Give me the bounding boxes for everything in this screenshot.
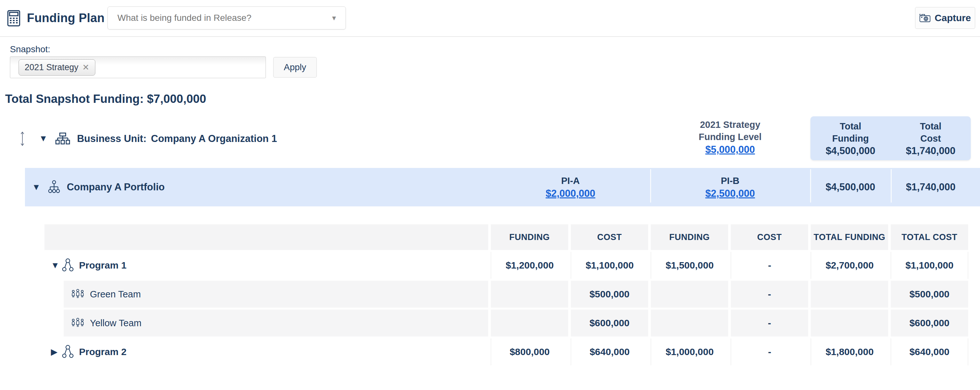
portfolio-row: ▼ Company A Portfolio PI-A $2,000,000 [25, 168, 980, 206]
total-cost-title-line1: Total [920, 120, 941, 133]
expand-toggle-icon[interactable]: ▼ [51, 261, 62, 270]
calculator-icon [7, 10, 21, 27]
totals-highlight-box: Total Funding $4,500,000 Total Cost $1,7… [810, 116, 971, 160]
pi-b-label: PI-B [721, 175, 740, 187]
pi-b-amount-link[interactable]: $2,500,000 [705, 188, 755, 199]
program-2-label[interactable]: Program 2 [79, 347, 126, 357]
total-funding-title-line1: Total [840, 120, 861, 133]
header-total-funding: TOTAL FUNDING [811, 224, 888, 250]
yellow-team-cost-b: - [731, 310, 808, 336]
capture-button[interactable]: Capture [915, 7, 975, 29]
camera-icon [919, 13, 931, 22]
table-row-green-team: Green Team $500,000 - $500,000 [45, 281, 968, 308]
portfolio-total-cost: $1,740,000 [891, 168, 971, 206]
pi-b-cell: PI-B $2,500,000 [650, 168, 810, 206]
org-chart-icon [55, 133, 77, 145]
green-team-inner: Green Team [64, 281, 488, 308]
page-title: Funding Plan [27, 11, 105, 25]
yellow-team-funding-a [491, 310, 568, 336]
yellow-team-cost-a: $600,000 [571, 310, 648, 336]
funding-table: FUNDING COST FUNDING COST TOTAL FUNDING … [45, 224, 968, 367]
header-cost-b: COST [731, 224, 808, 250]
green-team-total-funding [811, 281, 888, 308]
header-total-cost: TOTAL COST [891, 224, 968, 250]
yellow-team-total-cost: $600,000 [891, 310, 968, 336]
header-cost-a: COST [571, 224, 648, 250]
yellow-team-funding-b [651, 310, 728, 336]
total-cost-title-line2: Cost [921, 133, 941, 144]
app-bar: Funding Plan What is being funded in Rel… [0, 0, 980, 37]
program-1-funding-a: $1,200,000 [491, 252, 568, 279]
table-row-yellow-team: Yellow Team $600,000 - $600,000 [45, 310, 968, 336]
business-unit-label: Business Unit: [77, 133, 146, 144]
pi-a-cell: PI-A $2,000,000 [491, 168, 650, 206]
team-icon [71, 317, 90, 329]
green-team-label[interactable]: Green Team [90, 289, 141, 300]
funding-level-amount-link[interactable]: $5,000,000 [705, 144, 755, 155]
total-funding-summary: Total Funding $4,500,000 [810, 116, 891, 160]
program-2-cost-a: $640,000 [571, 339, 648, 365]
program-1-label[interactable]: Program 1 [79, 260, 126, 271]
snapshot-label: Snapshot: [10, 44, 50, 54]
chip-remove-icon[interactable]: ✕ [82, 62, 89, 72]
title-group: Funding Plan [7, 0, 105, 36]
snapshot-chip: 2021 Strategy ✕ [19, 59, 95, 76]
table-row-program-2: ▶ Program 2 $800,000 $640,000 $1,000,000… [45, 339, 968, 365]
yellow-team-inner: Yellow Team [64, 310, 488, 336]
green-team-cost-a: $500,000 [571, 281, 648, 308]
column-divider [650, 169, 651, 203]
release-funding-select[interactable]: What is being funded in Release? ▾ [108, 6, 346, 29]
program-icon [62, 258, 79, 272]
funding-level-line1: 2021 Strategy [650, 118, 810, 131]
total-snapshot-funding-heading: Total Snapshot Funding: $7,000,000 [5, 92, 206, 106]
program-2-cost-b: - [731, 339, 808, 365]
yellow-team-desc-cell: Yellow Team [45, 310, 488, 336]
table-row-program-1: ▼ Program 1 $1,200,000 $1,100,000 $1,500… [45, 252, 968, 279]
header-funding-b: FUNDING [651, 224, 728, 250]
portfolio-left: ▼ Company A Portfolio [32, 168, 165, 206]
program-1-cost-b: - [731, 252, 808, 279]
yellow-team-label[interactable]: Yellow Team [90, 318, 142, 328]
chevron-down-icon: ▾ [332, 13, 336, 22]
release-select-value: What is being funded in Release? [118, 13, 332, 23]
green-team-funding-a [491, 281, 568, 308]
green-team-total-cost: $500,000 [891, 281, 968, 308]
header-desc-cell [45, 224, 488, 250]
program-1-total-funding: $2,700,000 [811, 252, 888, 279]
business-unit-name: Company A Organization 1 [151, 133, 277, 144]
total-funding-title-line2: Funding [832, 133, 869, 144]
program-2-total-cost: $640,000 [891, 339, 968, 365]
strategy-funding-level: 2021 Strategy Funding Level $5,000,000 [650, 118, 810, 155]
team-icon [71, 288, 90, 300]
program-icon [62, 345, 79, 359]
snapshot-chip-label: 2021 Strategy [25, 62, 78, 72]
apply-button[interactable]: Apply [273, 57, 317, 78]
expand-toggle-icon[interactable]: ▶ [51, 348, 62, 356]
total-cost-summary: Total Cost $1,740,000 [891, 116, 971, 160]
program-2-desc-cell: ▶ Program 2 [45, 339, 488, 365]
resize-updown-icon[interactable] [20, 131, 32, 147]
snapshot-multiselect[interactable]: 2021 Strategy ✕ [10, 56, 266, 78]
program-2-funding-b: $1,000,000 [651, 339, 728, 365]
program-1-total-cost: $1,100,000 [891, 252, 968, 279]
program-2-funding-a: $800,000 [491, 339, 568, 365]
pi-a-label: PI-A [561, 175, 580, 187]
program-1-cost-a: $1,100,000 [571, 252, 648, 279]
portfolio-collapse-icon[interactable]: ▼ [32, 183, 41, 192]
green-team-funding-b [651, 281, 728, 308]
capture-button-label: Capture [935, 13, 971, 23]
funding-level-line2: Funding Level [650, 131, 810, 143]
program-1-funding-b: $1,500,000 [651, 252, 728, 279]
yellow-team-total-funding [811, 310, 888, 336]
green-team-cost-b: - [731, 281, 808, 308]
portfolio-icon [48, 180, 67, 194]
pi-a-amount-link[interactable]: $2,000,000 [546, 188, 595, 199]
table-header-row: FUNDING COST FUNDING COST TOTAL FUNDING … [45, 224, 968, 250]
header-funding-a: FUNDING [491, 224, 568, 250]
green-team-desc-cell: Green Team [45, 281, 488, 308]
portfolio-name: Company A Portfolio [67, 181, 165, 193]
business-unit-row: ▼ Business Unit: Company A Organization … [0, 115, 980, 162]
business-unit-collapse-icon[interactable]: ▼ [39, 134, 48, 143]
total-funding-value: $4,500,000 [826, 145, 875, 157]
funding-plan-page: Funding Plan What is being funded in Rel… [0, 0, 980, 390]
